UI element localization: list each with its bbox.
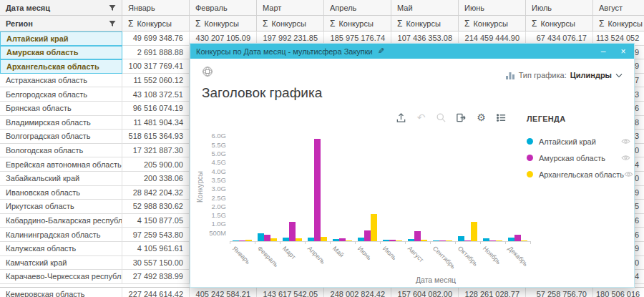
chart-bar[interactable] (233, 240, 239, 241)
region-cell[interactable]: Кабардино-Балкарская республика (0, 214, 122, 228)
value-cell[interactable]: 200 338.06 (122, 172, 190, 186)
chart-bar[interactable] (296, 238, 302, 241)
region-cell[interactable]: Владимирская область (0, 116, 122, 130)
value-cell[interactable]: 227 244 614.42 (122, 288, 190, 297)
chart-bar[interactable] (414, 231, 421, 241)
measure-header[interactable]: ΣКонкурсы (324, 16, 391, 31)
value-cell[interactable]: 2 691 888.88 (122, 46, 190, 60)
settings-gear-icon[interactable]: ⚙ (475, 112, 487, 124)
chart-bar[interactable] (421, 240, 427, 241)
value-cell[interactable]: 157 604 082.00 (391, 288, 459, 297)
region-cell[interactable]: Белгородская область (0, 87, 122, 102)
chart-bar[interactable] (396, 240, 402, 241)
move-to-panel-icon[interactable] (455, 112, 467, 124)
chart-bar[interactable] (371, 214, 377, 241)
chart-bar[interactable] (258, 233, 264, 241)
region-cell[interactable]: Волгоградская область (0, 130, 122, 144)
measure-header[interactable]: ΣКонкурсы (593, 16, 644, 31)
visibility-eye-icon[interactable] (624, 171, 633, 177)
visibility-eye-icon[interactable] (621, 155, 630, 161)
close-button[interactable]: × (615, 44, 631, 59)
month-column-header[interactable]: Июнь (459, 0, 526, 16)
chart-bar[interactable] (289, 222, 296, 241)
minimize-button[interactable]: – (595, 44, 611, 59)
region-cell[interactable]: Ивановская область (0, 186, 122, 200)
value-cell[interactable]: 30 557 150.00 (122, 256, 190, 271)
filter-icon[interactable] (109, 4, 116, 11)
chart-bar[interactable] (321, 237, 327, 241)
chart-bar[interactable] (433, 240, 439, 241)
region-cell[interactable]: Забайкальский край (0, 172, 122, 186)
value-cell[interactable]: 11 481 904.34 (122, 116, 190, 130)
chart-bar[interactable] (333, 239, 339, 241)
value-cell[interactable]: 143 617 542.05 (257, 288, 324, 297)
region-cell[interactable]: Иркутская область (0, 200, 122, 214)
chart-bar[interactable] (364, 230, 371, 241)
region-cell[interactable]: Карачаево-Черкесская республика (0, 270, 122, 284)
month-column-header[interactable]: Апрель (324, 0, 391, 16)
value-cell[interactable]: 28 842 204.32 (122, 186, 190, 200)
legend-item[interactable]: Архангельская область (527, 166, 630, 182)
month-column-header[interactable]: Январь (122, 0, 190, 16)
value-cell[interactable]: 17 321 887.30 (122, 144, 190, 158)
measure-header[interactable]: ΣКонкурсы (526, 16, 593, 31)
measure-header[interactable]: ΣКонкурсы (459, 16, 526, 31)
measure-header[interactable]: ΣКонкурсы (257, 16, 324, 31)
chart-bar[interactable] (496, 240, 502, 241)
month-column-header[interactable]: Март (257, 0, 324, 16)
region-cell[interactable]: Астраханская область (0, 74, 122, 88)
legend-list-icon[interactable] (495, 112, 507, 124)
measure-header[interactable]: ΣКонкурсы (190, 16, 257, 31)
dialog-titlebar[interactable]: Конкурсы по Дата месяц - мультисфера Зак… (190, 44, 634, 59)
visibility-eye-icon[interactable] (621, 138, 630, 145)
region-cell[interactable]: Камчатский край (0, 256, 122, 271)
region-cell[interactable]: Калужская область (0, 242, 122, 256)
region-cell[interactable]: Амурская область (0, 46, 122, 60)
chart-bar[interactable] (383, 240, 389, 241)
region-cell[interactable]: Брянская область (0, 102, 122, 116)
value-cell[interactable]: 57 258 756.70 (526, 288, 593, 297)
edit-title-icon[interactable]: ✎ (378, 47, 384, 56)
row-dimension-header[interactable]: Регион (0, 16, 122, 31)
legend-item[interactable]: Алтайский край (527, 133, 630, 150)
chart-bar[interactable] (245, 240, 252, 241)
value-cell[interactable]: 27 492 838.99 (122, 270, 190, 284)
chart-bar[interactable] (439, 240, 446, 241)
column-dimension-header[interactable]: Дата месяц (0, 0, 122, 16)
month-column-header[interactable]: Февраль (190, 0, 257, 16)
value-cell[interactable]: 11 552 060.12 (122, 74, 190, 88)
value-cell[interactable]: 43 108 372.51 (122, 87, 190, 102)
value-cell[interactable]: 518 615 364.93 (122, 130, 190, 144)
chart-bar[interactable] (270, 238, 277, 241)
value-cell[interactable]: 97 259 543.80 (122, 228, 190, 242)
region-cell[interactable]: Еврейская автономная область (0, 157, 122, 172)
region-cell[interactable]: Калининградская область (0, 228, 122, 242)
multisphere-icon[interactable] (202, 66, 213, 77)
chart-bar[interactable] (346, 240, 352, 241)
value-cell[interactable]: 100 317 769.41 (122, 59, 190, 74)
chart-bar[interactable] (471, 222, 477, 241)
value-cell[interactable]: 180 506 016 (593, 288, 644, 297)
value-cell[interactable]: 96 516 074.19 (122, 102, 190, 116)
month-column-header[interactable]: Июль (526, 0, 593, 16)
value-cell[interactable]: 4 105 961.61 (122, 242, 190, 256)
value-cell[interactable]: 128 261 028.77 (459, 288, 526, 297)
chart-bar[interactable] (508, 238, 514, 241)
chart-bar[interactable] (458, 236, 464, 241)
value-cell[interactable]: 248 002 824.42 (324, 288, 391, 297)
chart-bar[interactable] (389, 240, 396, 241)
chart-bar[interactable] (489, 240, 496, 241)
chart-bar[interactable] (308, 238, 314, 241)
chart-bar[interactable] (514, 235, 521, 241)
measure-header[interactable]: ΣКонкурсы (391, 16, 459, 31)
region-cell[interactable]: Кемеровская область (0, 288, 122, 297)
undo-icon[interactable]: ↶ (415, 112, 427, 124)
value-cell[interactable]: 405 242 584.21 (190, 288, 257, 297)
chart-bar[interactable] (358, 238, 364, 241)
filter-icon[interactable] (109, 20, 116, 27)
region-cell[interactable]: Алтайский край (0, 31, 122, 46)
chart-bar[interactable] (283, 238, 289, 241)
month-column-header[interactable]: Август (593, 0, 644, 16)
chart-type-selector[interactable]: Тип графика: Цилиндры (505, 70, 623, 80)
chart-title[interactable]: Заголовок графика (202, 85, 322, 101)
